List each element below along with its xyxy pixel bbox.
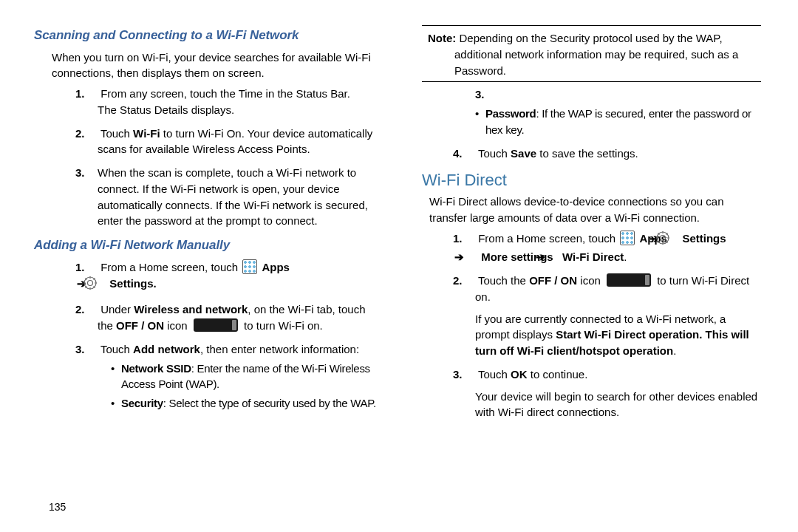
wfd-s2-c: icon — [577, 274, 604, 287]
wireless-bold: Wireless and network — [134, 303, 248, 316]
addnetwork-bold: Add network — [133, 343, 200, 355]
svg-point-0 — [88, 280, 93, 285]
wfd-s2-note: If you are currently connected to a Wi-F… — [475, 311, 761, 359]
toggle-icon — [194, 318, 238, 332]
page: Scanning and Connecting to a Wi-Fi Netwo… — [0, 0, 798, 532]
network-info-bullets: Network SSID: Enter the name of the Wi-F… — [98, 361, 383, 412]
note-text: Depending on the Security protocol used … — [454, 32, 738, 77]
add-s2-f: to turn Wi-Fi on. — [241, 319, 323, 332]
step-4: Touch Save to save the settings. — [475, 146, 761, 162]
step-2: Touch Wi-Fi to turn Wi-Fi On. Your devic… — [98, 126, 383, 158]
add-s1-a: From a Home screen, touch — [100, 261, 241, 273]
wfd-s3-c: to continue. — [528, 368, 588, 381]
steps-right-cont: Password: If the WAP is secured, enter t… — [422, 86, 761, 161]
password-label: Password — [485, 107, 536, 120]
add-step-3: Touch Add network, then enter network in… — [98, 341, 383, 412]
add-s3-a: Touch — [100, 343, 133, 355]
step-1-line1: From any screen, touch the Time in the S… — [100, 87, 350, 100]
right-column: Note: Depending on the Security protocol… — [417, 22, 761, 517]
intro-wifi-direct: Wi-Fi Direct allows device-to-device con… — [422, 194, 761, 226]
steps-wifi-direct: From a Home screen, touch Apps ➔ Setting… — [422, 231, 761, 421]
wfd-step-2: Touch the OFF / ON icon to turn Wi-Fi Di… — [475, 273, 761, 359]
note-rule-bottom — [422, 81, 761, 82]
heading-scanning: Scanning and Connecting to a Wi-Fi Netwo… — [34, 27, 383, 45]
apps-icon — [242, 259, 257, 274]
apps-icon — [620, 231, 635, 245]
save-bold: Save — [511, 147, 536, 160]
step-1: From any screen, touch the Time in the S… — [98, 86, 383, 118]
heading-adding: Adding a Wi-Fi Network Manually — [34, 236, 383, 255]
step-2-a: Touch — [100, 127, 133, 140]
note-rule-top — [422, 25, 761, 26]
password-bullet-wrap: Password: If the WAP is secured, enter t… — [475, 86, 761, 137]
note-block: Note: Depending on the Security protocol… — [422, 30, 761, 78]
add-step-1: From a Home screen, touch Apps ➔ Setting… — [98, 259, 383, 295]
wfd-s1-a: From a Home screen, touch — [478, 232, 618, 245]
step-1-line2: The Status Details displays. — [98, 103, 234, 116]
bullet-security: Security: Select the type of security us… — [111, 395, 383, 412]
bullet-password: Password: If the WAP is secured, enter t… — [475, 106, 761, 138]
wfd-s3-a: Touch — [478, 368, 511, 381]
password-bullets: Password: If the WAP is secured, enter t… — [475, 106, 761, 138]
s4a: Touch — [478, 147, 511, 160]
toggle-icon — [607, 273, 651, 287]
add-s3-c: , then enter network information: — [200, 343, 359, 355]
add-s2-a: Under — [100, 303, 134, 316]
wifi-bold: Wi-Fi — [133, 127, 160, 140]
add-step-2: Under Wireless and network, on the Wi-Fi… — [98, 301, 383, 334]
wfd-step-3: Touch OK to continue. Your device will b… — [475, 366, 761, 420]
wfd-s2-g: . — [673, 344, 676, 357]
wfd-step-1: From a Home screen, touch Apps ➔ Setting… — [475, 231, 761, 266]
security-text: : Select the type of security used by th… — [163, 397, 376, 409]
settings-label: Settings. — [109, 277, 156, 290]
ssid-label: Network SSID — [121, 362, 191, 375]
steps-scanning: From any screen, touch the Time in the S… — [44, 86, 383, 229]
steps-adding: From a Home screen, touch Apps ➔ Setting… — [44, 259, 383, 412]
heading-wifi-direct: Wi-Fi Direct — [422, 168, 761, 192]
svg-point-2 — [661, 235, 666, 240]
ok-bold: OK — [511, 368, 528, 381]
settings-label-2: Settings — [682, 232, 726, 245]
security-label: Security — [121, 397, 163, 409]
step-3: When the scan is complete, touch a Wi-Fi… — [98, 165, 383, 229]
offon-bold-2: OFF / ON — [529, 274, 577, 287]
wfd-s3-d: Your device will begin to search for oth… — [475, 389, 761, 421]
offon-bold: OFF / ON — [116, 319, 164, 332]
add-s2-e: icon — [164, 319, 191, 332]
apps-label: Apps — [262, 261, 290, 273]
s4c: to save the settings. — [536, 147, 638, 160]
left-column: Scanning and Connecting to a Wi-Fi Netwo… — [44, 22, 388, 517]
bullet-ssid: Network SSID: Enter the name of the Wi-F… — [111, 361, 383, 393]
note-label: Note: — [428, 32, 456, 44]
intro-scanning: When you turn on Wi-Fi, your device sear… — [44, 50, 383, 82]
page-number: 135 — [49, 501, 66, 513]
wifi-direct-label: Wi-Fi Direct — [562, 250, 624, 263]
wfd-s2-a: Touch the — [478, 274, 529, 287]
